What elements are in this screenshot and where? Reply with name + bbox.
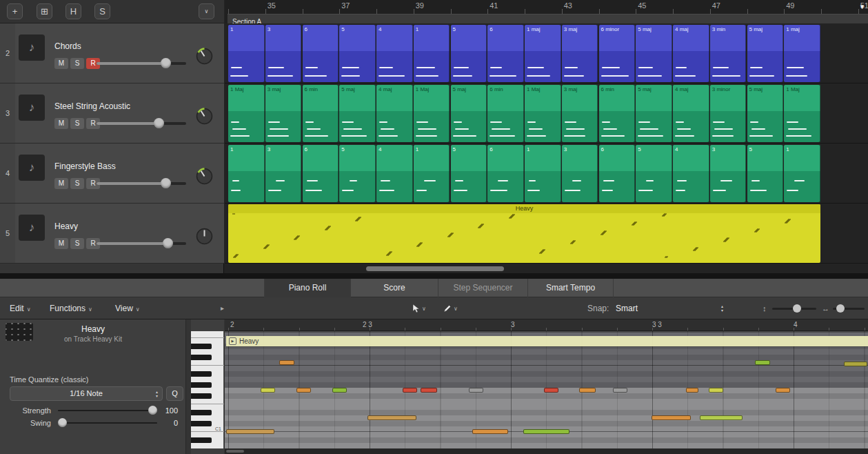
midi-note[interactable] <box>421 388 437 393</box>
solo-button[interactable]: S <box>70 238 84 249</box>
black-key[interactable] <box>191 382 212 388</box>
chord-region[interactable]: 5 <box>339 25 376 82</box>
chord-region[interactable]: 3 <box>710 145 747 202</box>
tab-piano-roll[interactable]: Piano Roll <box>264 279 350 297</box>
pan-knob[interactable] <box>195 47 214 66</box>
midi-note[interactable] <box>776 388 790 393</box>
snap-value[interactable]: Smart <box>616 297 638 319</box>
pan-knob[interactable] <box>195 167 214 186</box>
scroll-thumb[interactable] <box>226 450 244 453</box>
slider-knob[interactable] <box>148 406 157 415</box>
chord-region[interactable]: 5 maj <box>747 25 784 82</box>
chord-region[interactable]: 6 <box>487 145 524 202</box>
black-key[interactable] <box>191 355 212 360</box>
chord-region[interactable]: 1 Maj <box>414 85 450 142</box>
vertical-zoom-slider[interactable] <box>772 304 816 313</box>
chord-region[interactable]: 6 <box>487 25 524 82</box>
chord-region[interactable]: 1 Maj <box>228 85 265 142</box>
horizontal-zoom-slider[interactable] <box>833 304 865 313</box>
mute-button[interactable]: M <box>54 238 68 249</box>
tab-score[interactable]: Score <box>350 279 438 297</box>
arrange-hscrollbar[interactable] <box>225 266 868 272</box>
duplicate-track-button[interactable]: ⊞ <box>37 3 52 19</box>
chord-region[interactable]: 6 <box>303 145 339 202</box>
snap-stepper[interactable]: ▴ ▾ <box>721 304 723 313</box>
black-key[interactable] <box>191 421 212 426</box>
chord-region[interactable]: 4 <box>673 145 709 202</box>
slider-knob[interactable] <box>793 304 801 313</box>
midi-note[interactable] <box>279 360 294 365</box>
chord-region[interactable]: 3 <box>265 145 302 202</box>
mute-button[interactable]: M <box>54 178 68 189</box>
pencil-tool-selector[interactable]: ∨ <box>443 297 458 319</box>
chord-region[interactable]: 5 <box>747 145 784 202</box>
chord-region[interactable]: 4 maj <box>376 85 413 142</box>
chord-region[interactable]: 5 <box>451 25 487 82</box>
track-header[interactable]: 2 ♪ Chords M S R <box>0 23 224 83</box>
chord-region[interactable]: 6 min <box>303 85 339 142</box>
view-menu[interactable]: View∨ <box>115 297 140 319</box>
chord-region[interactable]: 3 minor <box>710 85 747 142</box>
midi-note[interactable] <box>367 415 416 420</box>
pointer-tool-selector[interactable]: ∨ <box>412 297 426 319</box>
midi-note[interactable] <box>472 429 508 434</box>
chord-region[interactable]: 4 maj <box>673 25 709 82</box>
header-options-button[interactable]: ∨ <box>199 3 214 19</box>
midi-note[interactable] <box>613 388 627 393</box>
edit-menu[interactable]: Edit∨ <box>10 297 31 319</box>
piano-keyboard[interactable]: C1 <box>191 331 224 448</box>
chord-region[interactable]: 6 minor <box>599 25 636 82</box>
chord-region[interactable]: 1 Maj <box>784 85 820 142</box>
swing-slider[interactable] <box>58 418 157 427</box>
time-quantize-select[interactable]: 1/16 Note ▴ ▾ <box>10 386 163 401</box>
black-key[interactable] <box>191 437 212 443</box>
quantize-stepper[interactable]: ▴ ▾ <box>156 390 158 398</box>
midi-note[interactable] <box>686 388 698 393</box>
black-key[interactable] <box>191 393 212 399</box>
playhead-marker-icon[interactable]: ▼ <box>859 3 865 10</box>
chord-region[interactable]: 5 maj <box>636 25 672 82</box>
chord-region[interactable]: 1 maj <box>784 25 820 82</box>
track-header[interactable]: 5 ♪ Heavy M S R <box>0 204 224 264</box>
chord-region[interactable]: 3 maj <box>265 85 302 142</box>
volume-slider[interactable] <box>97 237 186 250</box>
region-header-strip[interactable]: ▶ Heavy <box>226 336 868 346</box>
piano-roll-ruler[interactable]: 22 333 34 <box>225 319 868 331</box>
functions-menu[interactable]: Functions∨ <box>50 297 92 319</box>
midi-note[interactable] <box>652 415 691 420</box>
chord-region[interactable]: 4 maj <box>673 85 709 142</box>
add-track-button[interactable]: + <box>7 3 23 19</box>
volume-slider-knob[interactable] <box>161 178 171 188</box>
midi-note[interactable] <box>755 360 770 365</box>
chord-region[interactable]: 1 <box>784 145 820 202</box>
solo-tracks-button[interactable]: S <box>94 3 110 19</box>
chord-region[interactable]: 5 <box>451 145 487 202</box>
midi-note[interactable] <box>296 388 311 393</box>
black-key[interactable] <box>191 371 212 377</box>
midi-note[interactable] <box>523 429 569 434</box>
chord-region[interactable]: 5 maj <box>339 85 376 142</box>
chord-region[interactable]: 5 maj <box>451 85 487 142</box>
piano-roll-hscrollbar[interactable] <box>225 448 868 454</box>
midi-note[interactable] <box>469 388 483 393</box>
mute-button[interactable]: M <box>54 118 68 129</box>
chord-region[interactable]: 3 maj <box>562 25 598 82</box>
chord-region[interactable]: 3 min <box>710 25 747 82</box>
pan-knob[interactable] <box>195 227 214 246</box>
volume-slider-knob[interactable] <box>161 58 171 68</box>
midi-note[interactable] <box>579 388 596 393</box>
section-marker[interactable]: Section A <box>228 14 868 23</box>
tab-step-sequencer[interactable]: Step Sequencer <box>438 279 527 297</box>
black-key[interactable] <box>191 344 212 349</box>
chord-region[interactable]: 4 <box>376 145 413 202</box>
chord-region[interactable]: 4 <box>376 25 413 82</box>
volume-slider-knob[interactable] <box>154 118 164 128</box>
black-key[interactable] <box>191 410 212 415</box>
chord-region[interactable]: 3 <box>562 145 598 202</box>
track-header[interactable]: 4 ♪ Fingerstyle Bass M S R <box>0 144 224 204</box>
strength-slider[interactable] <box>58 406 157 415</box>
quantize-apply-button[interactable]: Q <box>166 386 183 401</box>
hide-tracks-button[interactable]: H <box>65 3 81 19</box>
midi-note[interactable] <box>332 388 347 393</box>
midi-note[interactable] <box>544 388 558 393</box>
